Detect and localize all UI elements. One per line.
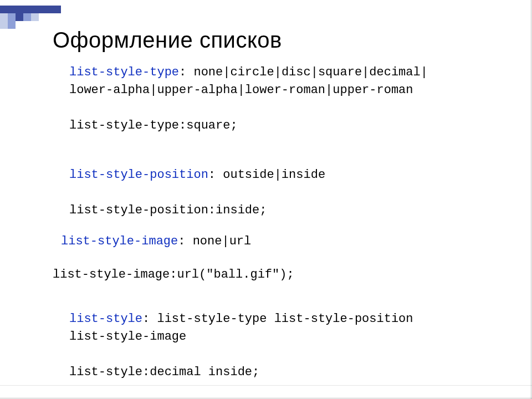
slide-title: Оформление списков [53, 28, 282, 53]
code-list-style-type: list-style-type: none|circle|disc|square… [69, 64, 428, 135]
code-list-style: list-style: list-style-type list-style-p… [69, 310, 413, 381]
code-list-style-image: list-style-image: none|url [61, 233, 251, 250]
code-list-style-image-example: list-style-image:url("ball.gif"); [53, 266, 294, 284]
prop-values-line2: list-style-image [69, 330, 186, 344]
prop-example: list-style-position:inside; [69, 203, 267, 217]
prop-values: none|url [185, 234, 251, 248]
shadow-bottom [0, 397, 532, 399]
prop-example: list-style-image:url("ball.gif"); [53, 268, 294, 282]
prop-values-line2: lower-alpha|upper-alpha|lower-roman|uppe… [69, 83, 413, 97]
prop-example: list-style:decimal inside; [69, 365, 259, 379]
code-list-style-position: list-style-position: outside|inside list… [69, 166, 325, 219]
slide: Оформление списков list-style-type: none… [0, 0, 532, 399]
prop-example: list-style-type:square; [69, 119, 238, 132]
shadow-right [530, 0, 532, 399]
prop-name: list-style-position [69, 168, 208, 182]
prop-name: list-style-image [61, 234, 178, 248]
prop-name: list-style-type [69, 65, 179, 79]
prop-name: list-style [69, 312, 142, 326]
footer-divider [0, 385, 532, 386]
prop-values: outside|inside [216, 168, 325, 182]
prop-values: list-style-type list-style-position [150, 312, 413, 326]
prop-values: none|circle|disc|square|decimal| [186, 65, 428, 79]
